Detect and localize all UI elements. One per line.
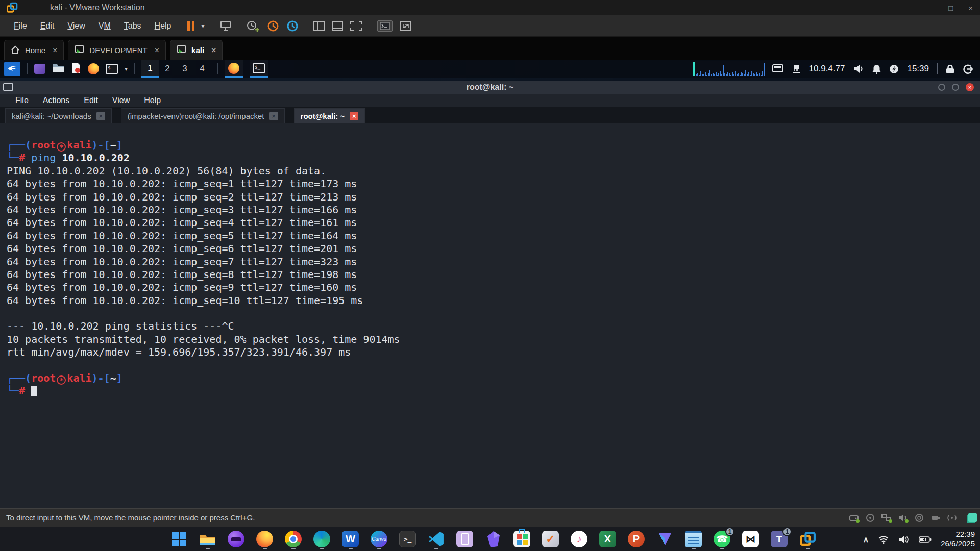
taskbar-obsidian[interactable]	[483, 529, 504, 549]
taskbar-powerpoint[interactable]: P	[626, 529, 647, 549]
vmware-menu-file[interactable]: File	[7, 21, 34, 31]
show-library-button[interactable]	[313, 21, 325, 31]
taskbutton-terminal[interactable]: $_	[250, 60, 268, 78]
vmware-menu-help[interactable]: Help	[148, 21, 178, 31]
taskbar-checkmark-app[interactable]: ✓	[540, 529, 561, 549]
terminal-titlebar[interactable]: root@kali: ~ ×	[0, 81, 980, 94]
free-stretch-button[interactable]	[400, 21, 412, 31]
panel-clock[interactable]: 15:39	[907, 64, 929, 74]
tab-close-icon[interactable]: ×	[211, 46, 216, 55]
terminal-output[interactable]: ┌──(root㉿kali)-[~]└─# ping 10.10.0.202PI…	[0, 123, 980, 398]
terminal-tab-3[interactable]: root@kali: ~×	[294, 108, 365, 123]
taskbar-vmware-workstation[interactable]	[797, 529, 818, 549]
terminal-menu-view[interactable]: View	[105, 96, 137, 105]
power-dropdown-icon[interactable]: ▾	[202, 22, 205, 30]
notifications-bell-icon[interactable]	[872, 64, 881, 74]
power-manager-icon[interactable]	[889, 64, 899, 74]
wifi-icon[interactable]	[878, 535, 889, 544]
taskbar-chrome[interactable]	[283, 529, 304, 549]
taskbar-windows-terminal[interactable]: >_	[397, 529, 418, 549]
taskbar-capcut[interactable]: ⋈	[740, 529, 761, 549]
taskbar-edge[interactable]	[311, 529, 332, 549]
launcher-app-icon[interactable]	[34, 64, 45, 74]
take-snapshot-button[interactable]	[247, 20, 260, 32]
tab-close-icon[interactable]: ×	[270, 112, 278, 120]
terminal-tab-2[interactable]: (impacket-venv)root@kali: /opt/impacket×	[121, 108, 285, 123]
workspace-2[interactable]: 2	[159, 60, 176, 78]
display-icon[interactable]	[772, 64, 783, 73]
network-monitor-graph[interactable]	[693, 61, 765, 77]
snapshot-manager-button[interactable]	[286, 20, 299, 32]
signal-device-icon[interactable]	[946, 513, 958, 523]
network-icon[interactable]	[792, 64, 801, 74]
vm-tab-home[interactable]: Home×	[4, 40, 64, 60]
taskbar-teams[interactable]: T1	[769, 529, 790, 549]
tab-close-icon[interactable]: ×	[350, 112, 358, 120]
tab-close-icon[interactable]: ×	[155, 46, 159, 55]
send-ctrl-alt-del-button[interactable]	[219, 20, 232, 32]
launcher-dropdown-icon[interactable]: ▾	[125, 65, 128, 72]
terminal-maximize-button[interactable]	[952, 84, 959, 91]
terminal-menu-edit[interactable]: Edit	[77, 96, 105, 105]
kali-menu-button[interactable]	[4, 62, 20, 76]
close-button[interactable]: ×	[968, 4, 973, 12]
harddisk-device-icon[interactable]	[848, 513, 860, 523]
usb-device-icon[interactable]	[930, 513, 941, 523]
tray-volume-icon[interactable]	[898, 535, 910, 544]
file-manager-icon[interactable]	[52, 63, 64, 75]
taskbar-canva[interactable]: Canva	[369, 529, 389, 549]
taskbutton-firefox[interactable]	[225, 60, 243, 78]
battery-icon[interactable]	[919, 536, 932, 543]
terminal-tab-1[interactable]: kali@kali: ~/Downloads×	[5, 108, 112, 123]
taskbar-notepad[interactable]	[683, 529, 704, 549]
maximize-button[interactable]: □	[948, 4, 953, 12]
taskbar-clock[interactable]: 22:39 26/6/2025	[941, 530, 975, 549]
terminal-launcher-icon[interactable]: $_	[106, 64, 118, 74]
ip-address[interactable]: 10.9.4.77	[809, 64, 845, 74]
firefox-launcher-icon[interactable]	[88, 63, 99, 74]
vm-tab-kali[interactable]: kali×	[170, 40, 223, 60]
text-editor-icon[interactable]	[71, 62, 81, 76]
taskbar-file-explorer[interactable]	[197, 529, 218, 549]
console-view-button[interactable]	[377, 20, 393, 32]
network-device-icon[interactable]	[881, 513, 892, 523]
taskbar-vscode[interactable]	[426, 529, 447, 549]
taskbar-music[interactable]: ♪	[569, 529, 590, 549]
workspace-3[interactable]: 3	[176, 60, 193, 78]
disc-device-icon[interactable]	[914, 513, 925, 523]
cdrom-device-icon[interactable]	[865, 513, 876, 523]
taskbar-vpn-app[interactable]	[654, 529, 675, 549]
fullscreen-button[interactable]	[350, 21, 362, 31]
pause-vm-button[interactable]	[187, 21, 194, 31]
terminal-close-button[interactable]: ×	[966, 83, 974, 91]
taskbar-excel[interactable]: X	[597, 529, 618, 549]
workspace-4[interactable]: 4	[193, 60, 211, 78]
taskbar-start[interactable]	[168, 529, 189, 549]
tray-chevron-up-icon[interactable]: ∧	[863, 535, 869, 544]
tab-close-icon[interactable]: ×	[53, 46, 57, 55]
vmware-menu-edit[interactable]: Edit	[34, 21, 61, 31]
minimize-button[interactable]: –	[929, 4, 933, 12]
terminal-minimize-button[interactable]	[938, 84, 945, 91]
workspace-1[interactable]: 1	[141, 60, 159, 78]
show-thumbnail-bar-button[interactable]	[332, 21, 343, 31]
vmware-menu-vm[interactable]: VM	[92, 21, 117, 31]
tab-close-icon[interactable]: ×	[96, 112, 105, 120]
vm-tab-development[interactable]: DEVELOPMENT×	[68, 40, 166, 60]
vmware-menu-view[interactable]: View	[61, 21, 91, 31]
lock-screen-icon[interactable]	[946, 64, 954, 74]
volume-icon[interactable]	[853, 64, 864, 73]
taskbar-microsoft-store[interactable]	[511, 529, 532, 549]
sound-device-icon[interactable]	[897, 513, 909, 523]
taskbar-firefox[interactable]	[254, 529, 275, 549]
terminal-menu-file[interactable]: File	[8, 96, 36, 105]
terminal-menu-help[interactable]: Help	[137, 96, 168, 105]
terminal-menu-actions[interactable]: Actions	[36, 96, 77, 105]
taskbar-phone-link[interactable]	[454, 529, 475, 549]
logout-icon[interactable]	[963, 64, 973, 74]
revert-snapshot-button[interactable]	[267, 20, 279, 32]
taskbar-whatsapp[interactable]: ☎1	[712, 529, 732, 549]
taskbar-purple-app[interactable]	[226, 529, 247, 549]
vmware-menu-tabs[interactable]: Tabs	[117, 21, 148, 31]
taskbar-word[interactable]: W	[340, 529, 361, 549]
